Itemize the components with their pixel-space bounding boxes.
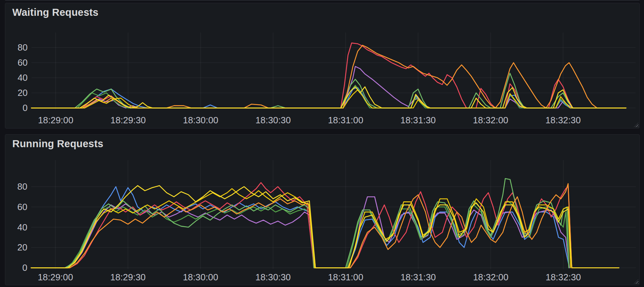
x-tick-label: 18:29:30 (110, 272, 146, 282)
x-tick-label: 18:32:00 (473, 115, 508, 125)
y-tick-label: 60 (17, 202, 27, 212)
series-line-series-dark-green (32, 85, 626, 108)
y-tick-label: 0 (22, 263, 27, 273)
series-line-series-yellow (32, 87, 626, 108)
panel-title[interactable]: Waiting Requests (12, 7, 98, 18)
x-tick-label: 18:31:00 (328, 115, 363, 125)
panel-title[interactable]: Running Requests (12, 138, 103, 150)
x-tick-label: 18:31:30 (400, 115, 436, 125)
y-tick-label: 20 (17, 242, 27, 252)
panel-waiting-requests: 02040608018:29:0018:29:3018:30:0018:30:3… (5, 3, 640, 129)
x-tick-label: 18:32:30 (546, 272, 581, 282)
x-tick-label: 18:30:30 (255, 115, 291, 125)
x-tick-label: 18:32:30 (545, 115, 581, 125)
x-tick-label: 18:29:00 (38, 272, 73, 282)
y-tick-label: 20 (18, 88, 28, 98)
x-tick-label: 18:29:30 (111, 115, 146, 125)
y-tick-label: 40 (17, 222, 27, 232)
y-tick-label: 80 (18, 43, 28, 52)
y-tick-label: 60 (18, 58, 28, 67)
cropped-panel-edge (5, 0, 640, 1)
y-tick-label: 0 (22, 103, 27, 113)
x-tick-label: 18:29:00 (38, 115, 73, 125)
x-tick-label: 18:30:00 (183, 272, 218, 282)
x-tick-label: 18:30:30 (255, 272, 291, 282)
waiting-requests-chart[interactable]: 02040608018:29:0018:29:3018:30:0018:30:3… (5, 3, 639, 128)
x-tick-label: 18:31:00 (328, 272, 363, 282)
x-tick-label: 18:31:30 (401, 272, 436, 282)
y-tick-label: 80 (17, 182, 27, 191)
panel-running-requests: 02040608018:29:0018:29:3018:30:0018:30:3… (5, 134, 640, 285)
running-requests-chart[interactable]: 02040608018:29:0018:29:3018:30:0018:30:3… (5, 135, 639, 285)
x-tick-label: 18:30:00 (183, 115, 218, 125)
series-line-series-gold (31, 189, 571, 268)
y-tick-label: 40 (18, 73, 28, 83)
x-tick-label: 18:32:00 (473, 272, 508, 282)
